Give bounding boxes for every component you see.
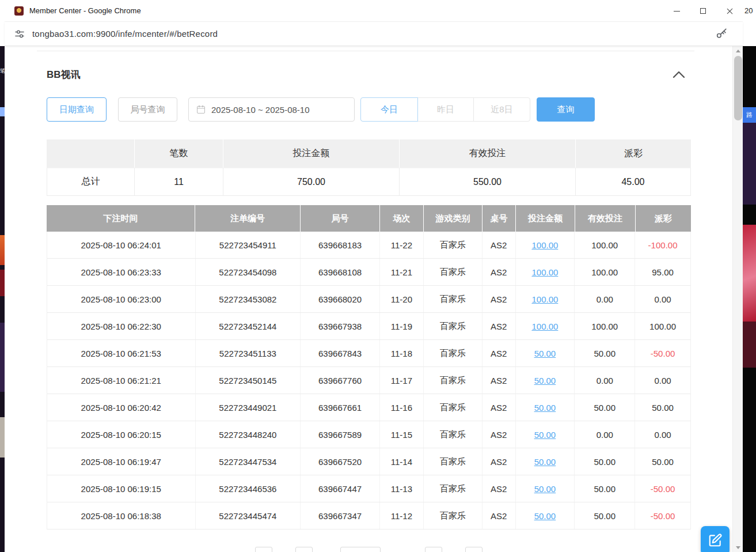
bet-table-cell: -50.00 <box>635 502 690 529</box>
bet-table-row: 2025-08-10 06:18:38522723445474639667347… <box>47 502 690 530</box>
bet-amount-cell: 50.00 <box>516 394 575 421</box>
bet-table-cell: 百家乐 <box>424 475 483 502</box>
bet-table-cell: AS2 <box>483 394 516 421</box>
bet-table-cell: 522723449021 <box>196 394 301 421</box>
scroll-up-button[interactable] <box>733 46 743 55</box>
bet-table-cell: AS2 <box>483 232 516 258</box>
bet-table-cell: 11-17 <box>380 367 424 394</box>
bet-table-cell: 95.00 <box>635 259 690 285</box>
search-button[interactable]: 查询 <box>537 97 595 122</box>
date-range-input[interactable]: 2025-08-10 ~ 2025-08-10 <box>188 97 355 122</box>
bet-table-row: 2025-08-10 06:19:15522723446536639667447… <box>47 475 690 502</box>
bet-table-column-header: 有效投注 <box>575 205 636 232</box>
pagination-page-size-select[interactable] <box>340 547 381 552</box>
bet-table-cell: -100.00 <box>635 232 690 258</box>
bet-amount-cell: 100.00 <box>516 313 575 339</box>
bet-amount-link[interactable]: 50.00 <box>534 430 556 440</box>
bet-table-row: 2025-08-10 06:21:21522723450145639667760… <box>47 367 690 394</box>
bet-amount-link[interactable]: 50.00 <box>534 403 556 413</box>
browser-window: Member Center - Google Chrome tongbao31.… <box>5 0 743 552</box>
bet-amount-link[interactable]: 50.00 <box>534 349 556 358</box>
bet-table-cell: AS2 <box>483 286 516 312</box>
address-bar-url[interactable]: tongbao31.com:9900/infe/mcenter/#/betRec… <box>32 29 218 39</box>
bet-amount-link[interactable]: 100.00 <box>531 267 558 277</box>
bet-table-cell: AS2 <box>483 475 516 502</box>
today-button[interactable]: 今日 <box>360 97 418 122</box>
bet-amount-link[interactable]: 50.00 <box>534 484 556 494</box>
bet-table-row: 2025-08-10 06:22:30522723452144639667938… <box>47 313 690 340</box>
desktop-clock-fragment: 20 <box>744 6 753 15</box>
bet-table-cell: 522723453082 <box>196 286 301 312</box>
bet-table-cell: 0.00 <box>635 421 690 448</box>
desktop-fragment <box>0 417 5 458</box>
desktop-fragment: 20 <box>743 0 756 46</box>
desktop-fragment <box>743 225 756 322</box>
bet-table-cell: 2025-08-10 06:21:53 <box>47 340 196 366</box>
summary-bet-amount-value: 750.00 <box>223 168 400 196</box>
scrollbar-thumb[interactable] <box>734 56 742 120</box>
maximize-button[interactable] <box>690 0 716 22</box>
summary-corner-cell <box>47 139 135 168</box>
bet-table-cell: 50.00 <box>575 448 635 475</box>
date-query-tab-button[interactable]: 日期查询 <box>47 97 107 122</box>
bet-amount-link[interactable]: 100.00 <box>531 240 558 250</box>
bet-table-row: 2025-08-10 06:20:15522723448240639667589… <box>47 421 690 448</box>
bet-table-cell: 11-19 <box>380 313 424 339</box>
tune-icon[interactable] <box>14 28 25 40</box>
desktop-fragment <box>743 322 756 368</box>
bet-table-cell: 百家乐 <box>424 367 483 394</box>
collapse-section-button[interactable] <box>671 69 686 80</box>
vertical-scrollbar[interactable] <box>732 46 743 552</box>
bet-table-cell: -50.00 <box>635 475 690 502</box>
scroll-down-button[interactable] <box>733 543 743 552</box>
address-bar[interactable]: tongbao31.com:9900/infe/mcenter/#/betRec… <box>5 22 743 46</box>
bet-table-cell: 2025-08-10 06:18:38 <box>47 502 196 529</box>
bet-table-cell: 639668108 <box>301 259 380 285</box>
site-favicon-icon <box>14 6 24 16</box>
bet-table-cell: 0.00 <box>575 286 635 312</box>
desktop-background-right: 20 路 <box>743 0 756 552</box>
pagination-item[interactable] <box>465 547 483 552</box>
bet-amount-link[interactable]: 50.00 <box>534 376 556 385</box>
bet-amount-link[interactable]: 100.00 <box>531 322 558 331</box>
arrow-up-icon <box>736 50 740 52</box>
bet-table-cell: 639667760 <box>301 367 380 394</box>
last-8-days-button[interactable]: 近8日 <box>473 97 530 122</box>
summary-header-count: 笔数 <box>135 139 223 168</box>
window-title: Member Center - Google Chrome <box>29 6 141 15</box>
bet-table-cell: 50.00 <box>575 502 635 529</box>
pagination-item[interactable] <box>425 547 442 552</box>
key-icon[interactable] <box>715 28 728 40</box>
bet-table-cell: 百家乐 <box>424 259 483 285</box>
bet-table-column-header: 下注时间 <box>47 205 195 232</box>
bet-table-cell: 11-16 <box>380 394 424 421</box>
maximize-icon <box>700 8 706 14</box>
bet-table-cell: 639667843 <box>301 340 380 366</box>
pagination-item[interactable] <box>295 547 313 552</box>
bet-table-cell: 100.00 <box>575 259 635 285</box>
bet-table-cell: 百家乐 <box>424 448 483 475</box>
round-query-tab-button[interactable]: 局号查询 <box>118 97 177 122</box>
minimize-button[interactable] <box>663 0 690 22</box>
bet-table-cell: AS2 <box>483 259 516 285</box>
bet-table-cell: 639667938 <box>301 313 380 339</box>
bet-amount-link[interactable]: 50.00 <box>534 457 556 467</box>
calendar-icon <box>196 105 206 114</box>
bet-table-cell: 639668020 <box>301 286 380 312</box>
summary-header-bet-amount: 投注金额 <box>223 139 400 168</box>
edit-feedback-fab-button[interactable] <box>701 526 730 552</box>
bet-table-cell: 11-21 <box>380 259 424 285</box>
yesterday-button[interactable]: 昨日 <box>417 97 474 122</box>
bet-table-cell: 2025-08-10 06:21:21 <box>47 367 196 394</box>
bet-table-cell: 0.00 <box>635 286 690 312</box>
desktop-fragment-text: 路 <box>743 107 756 123</box>
bet-amount-link[interactable]: 100.00 <box>531 294 558 304</box>
bet-amount-cell: 50.00 <box>516 448 575 475</box>
close-button[interactable] <box>716 0 743 22</box>
desktop-fragment <box>0 270 5 296</box>
arrow-down-icon <box>736 546 740 549</box>
pagination-item[interactable] <box>255 547 272 552</box>
close-icon <box>726 7 734 15</box>
bet-amount-link[interactable]: 50.00 <box>534 511 556 521</box>
bet-table-cell: 百家乐 <box>424 313 483 339</box>
